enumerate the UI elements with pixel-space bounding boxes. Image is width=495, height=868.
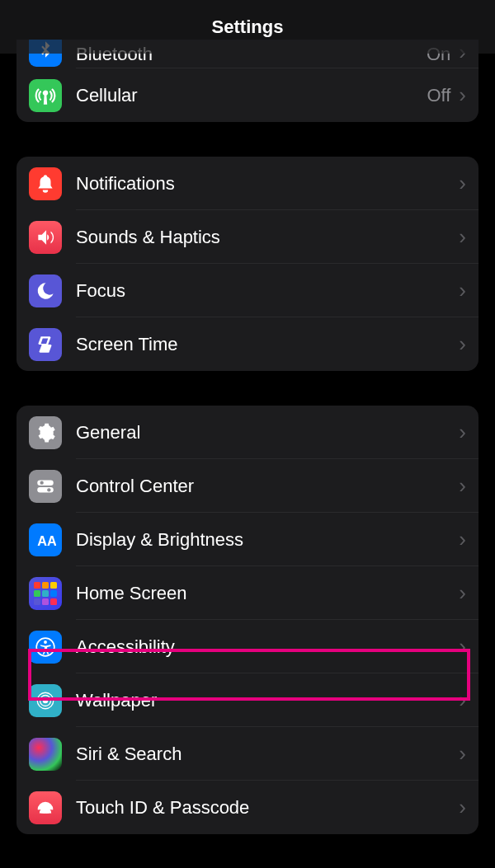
row-label: Wallpaper xyxy=(76,690,459,711)
svg-point-1 xyxy=(40,481,44,484)
row-cellular[interactable]: Cellular Off › xyxy=(16,68,478,122)
chevron-right-icon: › xyxy=(459,278,466,303)
row-label: Touch ID & Passcode xyxy=(76,797,459,819)
cellular-icon xyxy=(29,79,62,112)
settings-group-notifications: Notifications › Sounds & Haptics › Focus… xyxy=(16,157,478,371)
row-label: Control Center xyxy=(76,476,459,497)
display-icon: AA xyxy=(29,523,62,556)
row-notifications[interactable]: Notifications › xyxy=(16,157,478,210)
row-siri-search[interactable]: Siri & Search › xyxy=(16,727,478,781)
row-label: Screen Time xyxy=(76,334,459,355)
row-accessibility[interactable]: Accessibility › xyxy=(16,620,478,673)
row-wallpaper[interactable]: Wallpaper › xyxy=(16,673,478,727)
row-sounds-haptics[interactable]: Sounds & Haptics › xyxy=(16,210,478,264)
row-control-center[interactable]: Control Center › xyxy=(16,459,478,513)
chevron-right-icon: › xyxy=(459,82,466,108)
chevron-right-icon: › xyxy=(459,795,466,820)
touch-id-icon xyxy=(29,791,62,824)
chevron-right-icon: › xyxy=(459,687,466,713)
focus-icon xyxy=(29,274,62,307)
accessibility-icon xyxy=(29,631,62,664)
row-label: Siri & Search xyxy=(76,744,459,765)
row-focus[interactable]: Focus › xyxy=(16,264,478,317)
svg-rect-2 xyxy=(37,487,54,493)
settings-group-general: General › Control Center › AA Display & … xyxy=(16,406,478,834)
svg-point-7 xyxy=(43,697,49,703)
control-center-icon xyxy=(29,470,62,503)
chevron-right-icon: › xyxy=(459,741,466,767)
row-label: Focus xyxy=(76,280,459,302)
notifications-icon xyxy=(29,167,62,200)
page-title: Settings xyxy=(212,16,284,38)
svg-text:AA: AA xyxy=(37,533,56,547)
row-general[interactable]: General › xyxy=(16,406,478,459)
svg-point-6 xyxy=(44,640,47,644)
row-label: Display & Brightness xyxy=(76,529,459,551)
row-screen-time[interactable]: Screen Time › xyxy=(16,317,478,371)
svg-rect-0 xyxy=(37,480,54,486)
chevron-right-icon: › xyxy=(459,634,466,659)
home-screen-icon xyxy=(29,577,62,610)
row-home-screen[interactable]: Home Screen › xyxy=(16,566,478,620)
row-label: Sounds & Haptics xyxy=(76,227,459,248)
chevron-right-icon: › xyxy=(459,420,466,445)
chevron-right-icon: › xyxy=(459,224,466,250)
chevron-right-icon: › xyxy=(459,171,466,196)
sounds-icon xyxy=(29,221,62,254)
chevron-right-icon: › xyxy=(459,331,466,357)
row-label: Notifications xyxy=(76,173,459,195)
app-grid-icon xyxy=(34,582,57,605)
chevron-right-icon: › xyxy=(459,580,466,606)
row-value: Off xyxy=(427,85,450,106)
row-label: Accessibility xyxy=(76,636,459,658)
row-label: Cellular xyxy=(76,85,427,106)
general-icon xyxy=(29,416,62,449)
svg-point-3 xyxy=(47,488,50,491)
row-touch-id-passcode[interactable]: Touch ID & Passcode › xyxy=(16,781,478,834)
settings-scroll-content[interactable]: Bluetooth On › Cellular Off › Notificati… xyxy=(0,0,495,834)
chevron-right-icon: › xyxy=(459,473,466,499)
siri-icon xyxy=(29,738,62,771)
chevron-right-icon: › xyxy=(459,527,466,552)
header-bar: Settings xyxy=(0,0,495,54)
row-label: Home Screen xyxy=(76,583,459,604)
wallpaper-icon xyxy=(29,684,62,717)
row-display-brightness[interactable]: AA Display & Brightness › xyxy=(16,513,478,566)
screen-time-icon xyxy=(29,328,62,361)
row-label: General xyxy=(76,422,459,443)
